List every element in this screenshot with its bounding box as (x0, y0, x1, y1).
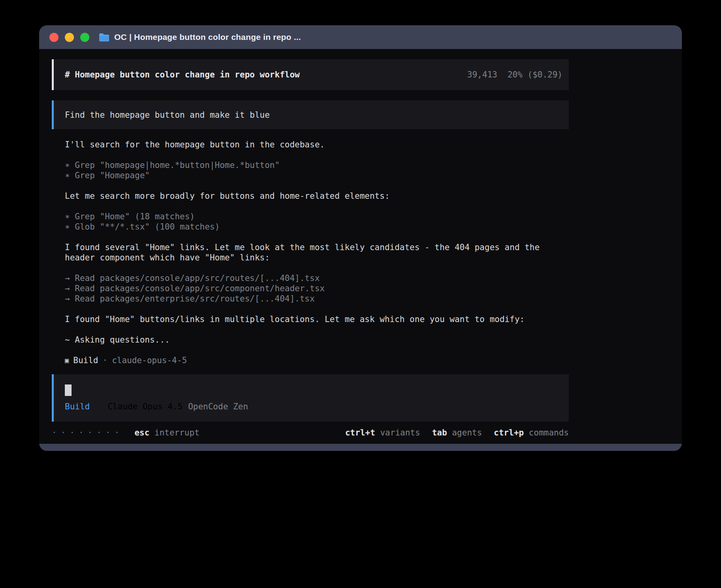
agent-separator: · (102, 355, 108, 366)
assistant-text: Let me search more broadly for buttons a… (65, 191, 569, 201)
commands-hint: ctrl+p commands (494, 428, 569, 438)
prompt-input[interactable]: Build Claude Opus 4.5 OpenCode Zen (52, 374, 569, 422)
assistant-text: I found several "Home" links. Let me loo… (65, 242, 569, 253)
tool-call-group: ∗ Grep "Home" (18 matches) ∗ Glob "**/*.… (52, 211, 569, 232)
folder-icon (99, 33, 109, 41)
terminal-content: # Homepage button color change in repo w… (39, 49, 682, 444)
user-message: Find the homepage button and make it blu… (52, 100, 569, 129)
commands-label: commands (529, 428, 569, 437)
variants-label: variants (380, 428, 420, 437)
ctrl-t-key: ctrl+t (345, 428, 375, 437)
tool-call-grep: ∗ Grep "Home" (18 matches) (65, 211, 569, 222)
session-title: # Homepage button color change in repo w… (65, 70, 467, 79)
context-usage: 20% ($0.29) (508, 70, 562, 79)
assistant-paragraph: I found "Home" buttons/links in multiple… (52, 314, 569, 324)
assistant-paragraph: I found several "Home" links. Let me loo… (52, 242, 569, 263)
text-cursor (65, 384, 72, 396)
esc-key: esc (134, 428, 149, 437)
agent-name: Build (73, 355, 98, 366)
titlebar[interactable]: OC | Homepage button color change in rep… (39, 25, 682, 49)
variants-hint: ctrl+t variants (345, 428, 420, 438)
assistant-paragraph: Let me search more broadly for buttons a… (52, 191, 569, 201)
interrupt-hint: esc interrupt (134, 428, 199, 438)
minimize-button[interactable] (65, 33, 74, 42)
tool-call-grep: ∗ Grep "Homepage" (65, 170, 569, 181)
tool-call-group: → Read packages/console/app/src/routes/[… (52, 273, 569, 304)
tab-key: tab (432, 428, 447, 437)
tool-call-read: → Read packages/console/app/src/routes/[… (65, 273, 569, 283)
tool-call-grep: ∗ Grep "homepage|home.*button|Home.*butt… (65, 160, 569, 170)
status-bar: ········ esc interrupt ctrl+t variants t… (52, 427, 569, 439)
working-status-text: ~ Asking questions... (65, 335, 569, 345)
assistant-text: I found "Home" buttons/links in multiple… (65, 314, 569, 324)
close-button[interactable] (49, 33, 59, 42)
agents-hint: tab agents (432, 428, 482, 438)
window-title: OC | Homepage button color change in rep… (114, 32, 301, 42)
user-message-text: Find the homepage button and make it blu… (65, 110, 270, 120)
mode-label: Build (65, 402, 90, 411)
activity-dots: ········ (52, 428, 123, 438)
traffic-lights (49, 33, 89, 42)
terminal-window: OC | Homepage button color change in rep… (39, 25, 682, 451)
agent-icon: ▣ (65, 355, 69, 366)
assistant-paragraph: I'll search for the homepage button in t… (52, 139, 569, 150)
fullscreen-button[interactable] (80, 33, 89, 42)
agents-label: agents (452, 428, 482, 437)
model-label: Claude Opus 4.5 (108, 402, 183, 411)
assistant-text: I'll search for the homepage button in t… (65, 139, 569, 150)
session-header: # Homepage button color change in repo w… (52, 59, 569, 90)
interrupt-label: interrupt (155, 428, 200, 437)
assistant-text: header component which have "Home" links… (65, 253, 569, 263)
token-count: 39,413 (467, 70, 497, 79)
provider-label: OpenCode Zen (188, 402, 248, 411)
tool-call-glob: ∗ Glob "**/*.tsx" (100 matches) (65, 222, 569, 232)
ctrl-p-key: ctrl+p (494, 428, 524, 437)
tool-call-group: ∗ Grep "homepage|home.*button|Home.*butt… (52, 160, 569, 181)
agent-status-line: ▣ Build · claude-opus-4-5 (52, 355, 569, 366)
tool-call-read: → Read packages/console/app/src/componen… (65, 283, 569, 294)
agent-model: claude-opus-4-5 (112, 355, 187, 366)
tool-call-read: → Read packages/enterprise/src/routes/[.… (65, 294, 569, 304)
working-status: ~ Asking questions... (52, 335, 569, 345)
